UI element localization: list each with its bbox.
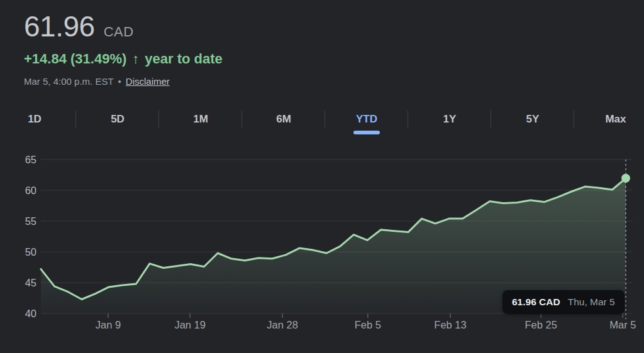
tab-label: 1M	[193, 112, 208, 126]
y-axis-label: 65	[25, 154, 36, 165]
tab-1y[interactable]: 1Y	[408, 107, 491, 138]
tab-1m[interactable]: 1M	[159, 107, 242, 138]
y-axis-label: 40	[25, 308, 36, 319]
last-point-dot	[621, 174, 630, 183]
x-axis-label: Feb 5	[355, 319, 381, 330]
change-context: year to date	[145, 51, 223, 67]
time-range-tabs: 1D5D1M6MYTD1Y5YMax	[0, 107, 644, 138]
tab-underline	[104, 131, 131, 134]
x-axis-label: Feb 13	[434, 319, 466, 330]
x-axis-label: Jan 9	[96, 319, 121, 330]
tab-label: 5D	[111, 112, 125, 126]
tab-label: 1Y	[443, 112, 457, 126]
tab-label: 5Y	[526, 112, 540, 126]
tooltip-price: 61.96 CAD	[512, 296, 560, 308]
tab-underline	[436, 131, 463, 134]
price-change: +14.84 (31.49%) ↑ year to date	[24, 51, 223, 67]
tab-label: 1D	[28, 112, 42, 126]
disclaimer-link[interactable]: Disclaimer	[126, 75, 170, 87]
tab-5d[interactable]: 5D	[76, 107, 159, 138]
tab-underline	[519, 131, 546, 134]
price-chart-svg[interactable]: 404550556065Jan 9Jan 19Jan 28Feb 5Feb 13…	[0, 151, 644, 353]
y-axis-label: 55	[25, 215, 36, 227]
quote-timestamp: Mar 5, 4:00 p.m. EST	[24, 75, 114, 87]
up-arrow-icon: ↑	[132, 51, 139, 67]
y-axis-label: 60	[25, 185, 36, 196]
tab-6m[interactable]: 6M	[242, 107, 325, 138]
tooltip-date: Thu, Mar 5	[568, 296, 615, 308]
stock-quote-header: 61.96 CAD +14.84 (31.49%) ↑ year to date…	[24, 10, 223, 87]
tab-underline	[270, 131, 297, 134]
x-axis-label: Jan 28	[267, 319, 298, 330]
change-value: +14.84 (31.49%)	[24, 51, 126, 67]
tab-underline	[602, 131, 629, 134]
tab-label: 6M	[276, 112, 291, 126]
price-value: 61.96	[24, 10, 95, 43]
tab-label: YTD	[356, 112, 377, 126]
active-tab-underline	[353, 131, 380, 134]
x-axis-label: Feb 25	[525, 319, 557, 330]
x-axis-label: Jan 19	[174, 319, 206, 330]
chart-area[interactable]: 404550556065Jan 9Jan 19Jan 28Feb 5Feb 13…	[0, 151, 644, 353]
tab-max[interactable]: Max	[574, 107, 644, 138]
quote-meta: Mar 5, 4:00 p.m. EST • Disclaimer	[24, 75, 223, 87]
tab-label: Max	[605, 112, 626, 126]
crosshair-tooltip: 61.96 CAD Thu, Mar 5	[502, 290, 625, 314]
tab-ytd[interactable]: YTD	[325, 107, 408, 138]
currency-label: CAD	[104, 24, 134, 40]
price-row: 61.96 CAD	[24, 10, 223, 43]
tab-underline	[187, 131, 214, 134]
y-axis-label: 45	[25, 277, 36, 288]
bullet-separator: •	[118, 75, 121, 87]
y-axis-label: 50	[25, 246, 36, 258]
x-axis-label: Mar 5	[609, 319, 636, 330]
tab-1d[interactable]: 1D	[0, 107, 76, 138]
tab-5y[interactable]: 5Y	[491, 107, 574, 138]
tab-underline	[21, 131, 48, 134]
